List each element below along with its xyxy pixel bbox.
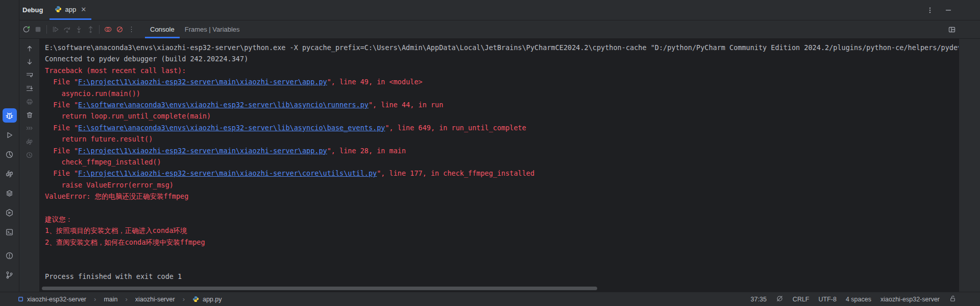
- console-line: File "E:\software\anaconda3\envs\xiaozhi…: [45, 99, 959, 110]
- console-line: ValueError: 您的电脑还没正确安装ffmpeg: [45, 191, 959, 202]
- console-text-segment: E:\software\anaconda3\envs\xiaozhi-esp32…: [45, 43, 959, 52]
- console-text-segment: File ": [45, 124, 78, 132]
- file-encoding[interactable]: UTF-8: [819, 296, 837, 303]
- console-line: [45, 248, 959, 259]
- console-text-segment: ", line 44, in run: [369, 101, 443, 109]
- console-panel: E:\software\anaconda3\envs\xiaozhi-esp32…: [19, 39, 980, 292]
- stack-trace-file-link[interactable]: E:\software\anaconda3\envs\xiaozhi-esp32…: [78, 124, 385, 132]
- console-line: File "F:\project\1\xiaozhi-esp32-server\…: [45, 76, 959, 87]
- console-line: File "E:\software\anaconda3\envs\xiaozhi…: [45, 122, 959, 133]
- stop-icon[interactable]: [32, 23, 44, 35]
- console-line: raise ValueError(error_msg): [45, 179, 959, 191]
- debug-toolbar: Console Frames | Variables: [19, 20, 980, 39]
- stack-trace-file-link[interactable]: F:\project\1\xiaozhi-esp32-server\main\x…: [78, 147, 327, 155]
- inspections-off-icon[interactable]: [776, 295, 783, 304]
- console-line: File "F:\project\1\xiaozhi-esp32-server\…: [45, 168, 959, 179]
- console-text-segment: 建议您：: [45, 215, 72, 223]
- toolbar-separator: [46, 25, 47, 34]
- rerun-icon[interactable]: [20, 23, 32, 35]
- console-text-segment: return loop.run_until_complete(main): [45, 112, 211, 120]
- profiler-icon[interactable]: [3, 147, 17, 161]
- console-line: check_ffmpeg_installed(): [45, 156, 959, 168]
- breadcrumb-item-server[interactable]: xiaozhi-server: [135, 296, 175, 303]
- console-text-segment: asyncio.run(main()): [45, 89, 140, 98]
- console-line: Traceback (most recent call last):: [45, 65, 959, 76]
- console-line: return future.result(): [45, 133, 959, 145]
- debug-header: Debug app ✕: [19, 0, 980, 20]
- more-icon[interactable]: [925, 5, 935, 15]
- console-text-segment: 1、按照项目的安装文档，正确进入conda环境: [45, 226, 187, 234]
- attach-python-icon[interactable]: [24, 136, 35, 147]
- console-line: [45, 259, 959, 270]
- python-packages-icon[interactable]: [3, 205, 17, 220]
- more-chevrons-icon[interactable]: [24, 123, 35, 133]
- stack-trace-file-link[interactable]: F:\project\1\xiaozhi-esp32-server\main\x…: [78, 78, 327, 86]
- tab-console[interactable]: Console: [145, 20, 180, 38]
- tab-frames-variables[interactable]: Frames | Variables: [180, 20, 245, 38]
- problems-icon[interactable]: [3, 248, 17, 263]
- toolwindow-bar: [0, 0, 19, 292]
- debug-icon[interactable]: [3, 108, 17, 123]
- step-into-icon[interactable]: [73, 23, 85, 35]
- breadcrumb-item-main[interactable]: main: [104, 296, 117, 303]
- indent-setting[interactable]: 4 spaces: [846, 296, 871, 303]
- resume-icon[interactable]: [50, 23, 61, 35]
- console-text-segment: ", line 28, in main: [327, 147, 406, 155]
- layout-settings-icon[interactable]: [947, 25, 957, 35]
- breadcrumb: xiaozhi-esp32-server › main › xiaozhi-se…: [18, 295, 222, 303]
- version-control-icon[interactable]: [3, 268, 17, 282]
- console-line: 2、查阅安装文档，如何在conda环境中安装ffmpeg: [45, 237, 959, 248]
- python-icon: [55, 6, 62, 13]
- lock-open-icon[interactable]: [949, 295, 957, 304]
- soft-wrap-icon[interactable]: [24, 70, 35, 80]
- breadcrumb-item-file[interactable]: app.py: [203, 296, 222, 303]
- line-separator[interactable]: CRLF: [793, 296, 810, 303]
- hide-icon[interactable]: [943, 5, 953, 15]
- console-line: 建议您：: [45, 214, 959, 225]
- step-over-icon[interactable]: [61, 23, 73, 35]
- python-icon: [192, 296, 199, 302]
- console-text-segment: File ": [45, 101, 78, 109]
- stack-trace-file-link[interactable]: F:\project\1\xiaozhi-esp32-server\main\x…: [78, 169, 377, 177]
- history-icon[interactable]: [24, 150, 35, 160]
- print-icon[interactable]: [24, 97, 35, 107]
- step-out-icon[interactable]: [85, 23, 96, 35]
- console-line: asyncio.run(main()): [45, 88, 959, 99]
- console-text-segment: ", line 177, in check_ffmpeg_installed: [377, 169, 534, 177]
- arrow-down-icon[interactable]: [24, 57, 35, 67]
- terminal-icon[interactable]: [3, 225, 17, 239]
- mute-breakpoints-icon[interactable]: [114, 23, 126, 35]
- console-toolbar: [19, 39, 40, 292]
- console-text-segment: check_ffmpeg_installed(): [45, 158, 161, 166]
- console-line: File "F:\project\1\xiaozhi-esp32-server\…: [45, 145, 959, 156]
- horizontal-scrollbar[interactable]: [42, 287, 597, 290]
- chevron-right-icon: ›: [94, 295, 96, 303]
- arrow-up-icon[interactable]: [24, 43, 35, 54]
- clear-all-icon[interactable]: [24, 110, 35, 120]
- stack-trace-file-link[interactable]: E:\software\anaconda3\envs\xiaozhi-esp32…: [78, 101, 369, 109]
- close-icon[interactable]: ✕: [81, 6, 86, 13]
- interpreter-name[interactable]: xiaozhi-esp32-server: [880, 296, 940, 303]
- view-breakpoints-icon[interactable]: [102, 23, 114, 35]
- more-icon[interactable]: [126, 23, 137, 35]
- toolbar-separator: [99, 25, 100, 34]
- breadcrumb-item-project[interactable]: xiaozhi-esp32-server: [27, 296, 86, 303]
- session-tab-label: app: [65, 6, 76, 13]
- console-line: E:\software\anaconda3\envs\xiaozhi-esp32…: [45, 42, 959, 53]
- console-output[interactable]: E:\software\anaconda3\envs\xiaozhi-esp32…: [45, 42, 959, 282]
- console-main: E:\software\anaconda3\envs\xiaozhi-esp32…: [40, 39, 959, 292]
- pycharm-debug-window: Debug app ✕: [0, 0, 980, 306]
- console-line: return loop.run_until_complete(main): [45, 110, 959, 122]
- run-icon[interactable]: [3, 128, 17, 142]
- python-console-icon[interactable]: [3, 167, 17, 181]
- console-text-segment: ", line 49, in <module>: [327, 78, 423, 86]
- console-text-segment: Process finished with exit code 1: [45, 272, 182, 280]
- scroll-to-end-icon[interactable]: [24, 83, 35, 93]
- console-text-segment: File ": [45, 169, 78, 177]
- caret-position[interactable]: 37:35: [751, 296, 767, 303]
- console-text-segment: 2、查阅安装文档，如何在conda环境中安装ffmpeg: [45, 238, 205, 246]
- console-line: Connected to pydev debugger (build 242.2…: [45, 53, 959, 64]
- console-text-segment: ValueError: 您的电脑还没正确安装ffmpeg: [45, 192, 188, 200]
- services-icon[interactable]: [3, 186, 17, 200]
- tab-app-session[interactable]: app ✕: [50, 0, 91, 20]
